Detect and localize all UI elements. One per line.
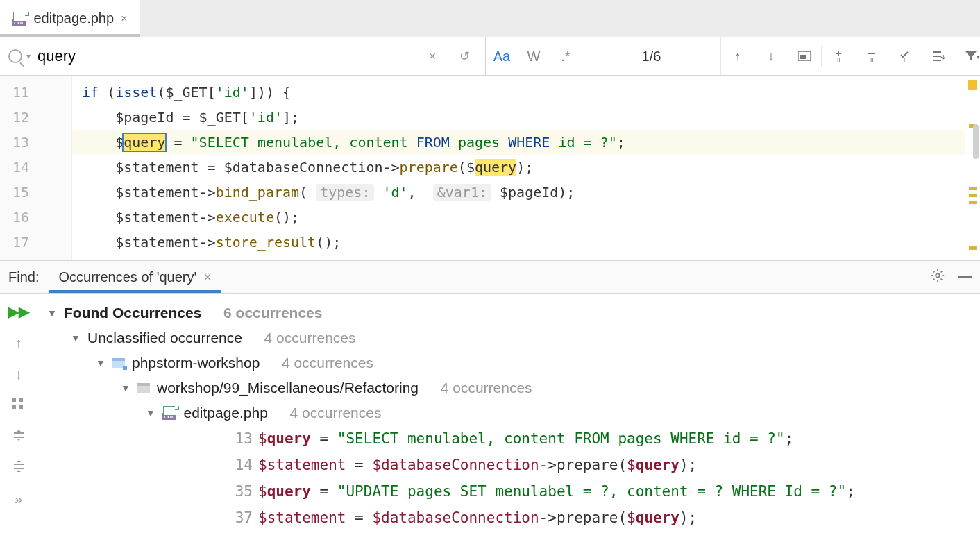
find-results-tree[interactable]: ▼Found Occurrences 6 occurrences▼Unclass… xyxy=(37,294,980,558)
regex-toggle[interactable]: .* xyxy=(550,49,582,65)
close-tab-icon[interactable]: × xyxy=(121,12,127,25)
find-bar: ▾ × ↺ Aa W .* 1/6 ↑ ↓ II II II ▾ × xyxy=(0,37,980,76)
svg-point-5 xyxy=(936,273,940,278)
svg-rect-1 xyxy=(800,55,806,59)
prev-match-button[interactable]: ↑ xyxy=(721,37,754,75)
svg-text:II: II xyxy=(837,57,840,62)
group-by-icon[interactable] xyxy=(12,398,26,414)
find-tab-title: Occurrences of 'query' xyxy=(58,269,196,285)
find-result-row[interactable]: 35$query = "UPDATE pages SET menulabel =… xyxy=(37,478,980,505)
svg-rect-8 xyxy=(12,405,16,409)
scrollbar-markers[interactable] xyxy=(965,76,980,260)
add-selection-icon[interactable]: II xyxy=(822,37,855,75)
tree-unclassified[interactable]: ▼Unclassified occurrence 4 occurrences xyxy=(37,326,980,350)
find-label: Find: xyxy=(8,269,39,285)
code-area[interactable]: if (isset($_GET['id'])) { $pageId = $_GE… xyxy=(72,76,965,260)
find-result-row[interactable]: 14$statement = $databaseConnection->prep… xyxy=(37,452,980,478)
find-result-row[interactable]: 13$query = "SELECT menulabel, content FR… xyxy=(37,425,980,452)
filter-icon[interactable]: ▾ xyxy=(956,37,980,75)
prev-occurrence-icon[interactable]: ↑ xyxy=(15,335,22,351)
close-find-tab-icon[interactable]: × xyxy=(203,269,212,285)
whole-word-toggle[interactable]: W xyxy=(518,49,550,65)
tree-root[interactable]: ▼Found Occurrences 6 occurrences xyxy=(37,301,980,326)
collapse-all-icon[interactable] xyxy=(12,460,25,476)
rerun-search-icon[interactable]: ▶▶ xyxy=(8,303,29,320)
history-icon[interactable]: ↺ xyxy=(452,49,477,64)
settings-gear-icon[interactable] xyxy=(930,268,945,287)
find-input[interactable] xyxy=(37,47,413,65)
tab-title: editpage.php xyxy=(33,10,114,26)
find-result-row[interactable]: 37$statement = $databaseConnection->prep… xyxy=(37,505,980,531)
code-editor[interactable]: 11121314151617 if (isset($_GET['id'])) {… xyxy=(0,76,980,260)
svg-rect-6 xyxy=(12,398,16,402)
expand-all-icon[interactable] xyxy=(12,429,25,445)
tree-project[interactable]: ▼phpstorm-workshop 4 occurrences xyxy=(37,350,980,375)
next-occurrence-icon[interactable]: ↓ xyxy=(15,366,22,382)
find-tool-header: Find: Occurrences of 'query' × — xyxy=(0,260,980,294)
svg-text:II: II xyxy=(870,57,873,62)
more-icon[interactable]: » xyxy=(15,491,22,507)
select-all-icon[interactable] xyxy=(788,37,821,75)
find-options: Aa W .* xyxy=(486,37,582,75)
next-match-button[interactable]: ↓ xyxy=(754,37,788,75)
select-all-occurrences-icon[interactable]: II xyxy=(888,37,922,75)
find-tool-body: ▶▶ ↑ ↓ » ▼Found Occurrences 6 occurrence… xyxy=(0,294,980,558)
svg-rect-7 xyxy=(19,398,23,402)
tree-file[interactable]: ▼PHPeditpage.php 4 occurrences xyxy=(37,400,980,425)
editor-gutter: 11121314151617 xyxy=(0,76,72,260)
minimize-icon[interactable]: — xyxy=(958,268,972,287)
svg-text:II: II xyxy=(904,57,906,62)
search-icon xyxy=(8,49,22,63)
show-find-results-icon[interactable] xyxy=(922,37,956,75)
editor-tab[interactable]: PHP editpage.php × xyxy=(0,0,140,37)
find-results-tab[interactable]: Occurrences of 'query' × xyxy=(53,262,217,292)
match-count: 1/6 xyxy=(582,37,721,75)
match-case-toggle[interactable]: Aa xyxy=(486,49,518,65)
svg-rect-9 xyxy=(19,405,23,409)
remove-selection-icon[interactable]: II xyxy=(855,37,888,75)
tree-folder[interactable]: ▼workshop/99_Miscellaneous/Refactoring 4… xyxy=(37,375,980,400)
editor-tab-bar: PHP editpage.php × xyxy=(0,0,980,37)
find-tool-sidebar: ▶▶ ↑ ↓ » xyxy=(0,294,37,558)
clear-search-icon[interactable]: × xyxy=(420,49,445,64)
php-file-icon: PHP xyxy=(12,12,26,26)
